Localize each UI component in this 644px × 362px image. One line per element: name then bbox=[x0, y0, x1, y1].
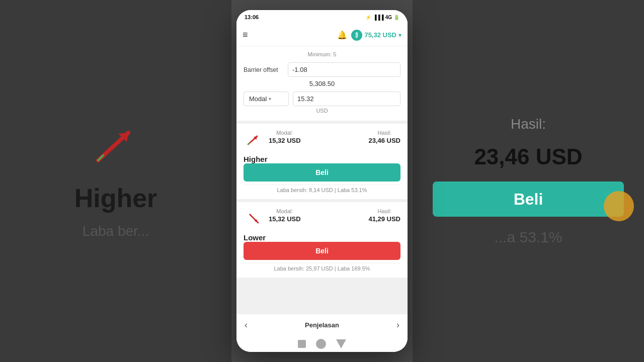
phone-container: 13:06 ⚡ ▐▐▐ 4G 🔋 ≡ 🔔 ₿ 75,32 USD ▾ Minim… bbox=[236, 10, 408, 352]
modal-label: Modal bbox=[249, 95, 267, 103]
currency-label: 75,32 USD bbox=[364, 31, 396, 39]
bg-orange-circle bbox=[604, 191, 634, 221]
lower-modal-label: Modal: bbox=[276, 208, 293, 214]
lower-trade-info: Modal: 15,32 USD Hasil: 41,29 USD bbox=[269, 208, 400, 223]
background-right: Hasil: 23,46 USD Beli ...a 53.1% bbox=[413, 0, 644, 362]
higher-trade-top: Modal: 15,32 USD Hasil: 23,46 USD bbox=[244, 130, 400, 150]
lower-hasil-label: Hasil: bbox=[377, 208, 391, 214]
modal-row: Modal ▾ bbox=[244, 92, 400, 106]
lower-modal-value: 15,32 USD bbox=[269, 215, 301, 223]
lower-trade-top: Modal: 15,32 USD Hasil: 41,29 USD bbox=[244, 208, 400, 228]
modal-select[interactable]: Modal ▾ bbox=[244, 92, 289, 106]
higher-laba-bersih: Laba bersih: 8,14 USD | Laba 53.1% bbox=[244, 185, 400, 195]
svg-line-5 bbox=[248, 142, 250, 144]
chevron-down-icon: ▾ bbox=[398, 32, 401, 39]
home-circle-icon[interactable] bbox=[316, 339, 326, 349]
bg-beli-button: Beli bbox=[433, 182, 624, 217]
bg-higher-label: Higher bbox=[74, 183, 157, 213]
status-time: 13:06 bbox=[245, 14, 259, 20]
lower-trade-name: Lower bbox=[244, 233, 400, 242]
select-chevron-icon: ▾ bbox=[269, 96, 271, 102]
prev-page-button[interactable]: ‹ bbox=[245, 320, 248, 330]
higher-modal-col: Modal: 15,32 USD bbox=[269, 130, 301, 144]
barrier-offset-row: Barrier offset bbox=[244, 62, 400, 77]
lower-laba-bersih: Laba bersih: 25,97 USD | Laba 169.5% bbox=[244, 263, 400, 274]
signal-icon: ▐▐▐ bbox=[373, 15, 383, 20]
bottom-nav: ‹ Penjelasan › bbox=[236, 314, 408, 336]
home-indicator bbox=[236, 336, 408, 352]
currency-badge[interactable]: ₿ 75,32 USD ▾ bbox=[351, 30, 401, 41]
lower-beli-button[interactable]: Beli bbox=[244, 242, 400, 260]
bluetooth-icon: ⚡ bbox=[365, 15, 371, 20]
bg-usd-value: 23,46 USD bbox=[474, 144, 582, 169]
higher-modal-label: Modal: bbox=[276, 130, 293, 136]
higher-trade-card: Modal: 15,32 USD Hasil: 23,46 USD Higher… bbox=[236, 124, 408, 199]
scroll-content: Minimum: 5 Barrier offset 5,308.50 Modal… bbox=[236, 46, 408, 314]
next-page-button[interactable]: › bbox=[396, 320, 399, 330]
higher-trade-name: Higher bbox=[244, 155, 400, 163]
top-nav: ≡ 🔔 ₿ 75,32 USD ▾ bbox=[236, 24, 408, 46]
higher-trade-info: Modal: 15,32 USD Hasil: 23,46 USD bbox=[269, 130, 400, 144]
higher-hasil-col: Hasil: 23,46 USD bbox=[368, 130, 400, 144]
higher-arrow-icon bbox=[244, 130, 264, 150]
network-label: 4G bbox=[385, 15, 392, 20]
currency-symbol: ₿ bbox=[355, 32, 358, 38]
bg-arrow-icon bbox=[91, 123, 141, 173]
barrier-price: 5,308.50 bbox=[244, 80, 400, 87]
home-back-icon[interactable] bbox=[336, 339, 346, 348]
bell-icon[interactable]: 🔔 bbox=[337, 30, 347, 40]
currency-usd-label: USD bbox=[244, 108, 400, 114]
bg-laba53-label: ...a 53.1% bbox=[494, 229, 562, 246]
higher-hasil-value: 23,46 USD bbox=[368, 137, 400, 144]
lower-hasil-value: 41,29 USD bbox=[368, 215, 400, 223]
lower-stats: Modal: 15,32 USD Hasil: 41,29 USD bbox=[269, 208, 400, 223]
barrier-offset-input[interactable] bbox=[288, 62, 400, 77]
currency-icon: ₿ bbox=[351, 30, 362, 41]
minimum-label: Minimum: 5 bbox=[244, 51, 400, 57]
barrier-offset-label: Barrier offset bbox=[244, 66, 284, 73]
status-icons: ⚡ ▐▐▐ 4G 🔋 bbox=[365, 15, 399, 20]
higher-hasil-label: Hasil: bbox=[377, 130, 391, 136]
lower-trade-card: Modal: 15,32 USD Hasil: 41,29 USD Lower … bbox=[236, 202, 408, 278]
nav-center: 🔔 ₿ 75,32 USD ▾ bbox=[337, 30, 401, 41]
bg-laba-label: Laba ber... bbox=[83, 223, 149, 239]
higher-stats: Modal: 15,32 USD Hasil: 23,46 USD bbox=[269, 130, 400, 144]
battery-icon: 🔋 bbox=[393, 15, 399, 20]
lower-hasil-col: Hasil: 41,29 USD bbox=[368, 208, 400, 223]
higher-modal-value: 15,32 USD bbox=[269, 137, 301, 144]
bg-hasil-label: Hasil: bbox=[511, 116, 546, 132]
penjelasan-label: Penjelasan bbox=[305, 321, 339, 329]
status-bar: 13:06 ⚡ ▐▐▐ 4G 🔋 bbox=[236, 10, 408, 24]
home-square-icon[interactable] bbox=[298, 340, 306, 348]
form-card: Minimum: 5 Barrier offset 5,308.50 Modal… bbox=[236, 46, 408, 121]
background-left: Higher Laba ber... bbox=[0, 0, 231, 362]
lower-arrow-icon bbox=[244, 208, 264, 228]
higher-beli-button[interactable]: Beli bbox=[244, 163, 400, 182]
menu-icon[interactable]: ≡ bbox=[243, 30, 248, 40]
modal-value-input[interactable] bbox=[293, 92, 400, 106]
lower-modal-col: Modal: 15,32 USD bbox=[269, 208, 301, 223]
